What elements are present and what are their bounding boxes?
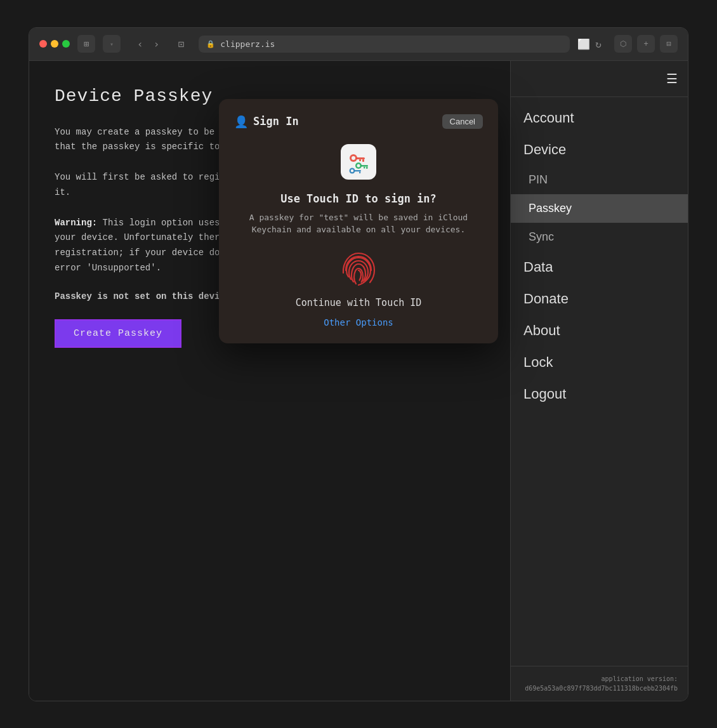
tab-icon: ⊡ [171,38,191,50]
keychain-icon-container [234,144,483,182]
modal-use-touch-id-title: Use Touch ID to sign in? [234,192,483,205]
modal-subtitle: A passkey for "test" will be saved in iC… [234,211,483,236]
modal-header: 👤 Sign In Cancel [234,114,483,129]
share-icon[interactable]: ⬜ [577,38,590,50]
sidebar-item-device[interactable]: Device [511,134,688,166]
back-button[interactable]: ‹ [133,36,147,53]
tab-overview-btn[interactable]: ⊟ [660,35,678,53]
window-actions: ⬡ + ⊟ [614,35,678,53]
browser-chrome: ⊞ ▾ ‹ › ⊡ 🔒 clipperz.is ⬜ ↻ ⬡ + ⊟ [29,28,688,61]
sidebar-item-donate[interactable]: Donate [511,283,688,315]
warning-label: Warning: [55,218,97,228]
fullscreen-button[interactable] [62,40,70,48]
browser-window: ⊞ ▾ ‹ › ⊡ 🔒 clipperz.is ⬜ ↻ ⬡ + ⊟ Device… [29,27,688,701]
sidebar: ☰ Account Device PIN Passkey Sync [510,61,688,701]
sidebar-item-pin[interactable]: PIN [511,166,688,194]
url-text: clipperz.is [220,39,275,49]
svg-point-7 [357,164,360,167]
hamburger-icon[interactable]: ☰ [666,71,678,86]
add-tab-btn[interactable]: + [637,35,655,53]
sidebar-item-lock[interactable]: Lock [511,347,688,378]
app-version-label: application version: [521,674,678,684]
sidebar-item-sync[interactable]: Sync [511,223,688,251]
forward-button[interactable]: › [150,36,164,53]
minimize-button[interactable] [51,40,58,48]
lock-icon: 🔒 [206,40,215,48]
create-passkey-button[interactable]: Create Passkey [55,319,181,348]
sidebar-item-account[interactable]: Account [511,102,688,134]
reload-icon[interactable]: ↻ [595,38,602,50]
svg-rect-4 [362,159,364,162]
sign-in-modal: 👤 Sign In Cancel [219,99,498,343]
continue-touch-id-label: Continue with Touch ID [234,297,483,308]
modal-title-container: 👤 Sign In [234,115,299,128]
sidebar-nav: Account Device PIN Passkey Sync Data [511,97,688,666]
svg-rect-0 [341,144,376,180]
sidebar-footer: application version: d69e5a53a0c897f783d… [511,666,688,701]
address-bar[interactable]: 🔒 clipperz.is [199,36,570,53]
svg-rect-10 [364,166,365,168]
fingerprint-container [234,251,483,289]
other-options-link[interactable]: Other Options [324,317,393,328]
sidebar-item-about[interactable]: About [511,315,688,347]
svg-rect-14 [359,171,360,173]
svg-rect-5 [359,159,361,161]
sidebar-item-passkey[interactable]: Passkey [511,194,688,223]
share-btn[interactable]: ⬡ [614,35,632,53]
sidebar-header: ☰ [511,61,688,97]
modal-body: Use Touch ID to sign in? A passkey for "… [234,144,483,328]
sidebar-toggle-btn[interactable]: ⊞ [77,35,95,53]
nav-buttons: ‹ › [133,36,163,53]
svg-point-12 [351,169,353,171]
dropdown-btn[interactable]: ▾ [103,35,121,53]
keychain-icon [341,144,376,180]
svg-point-2 [352,156,355,160]
app-version-hash: d69e5a53a0c897f783dd7bc111318bcebb2304fb [521,684,678,693]
fingerprint-icon [339,251,378,289]
sidebar-item-data[interactable]: Data [511,251,688,283]
person-icon: 👤 [234,115,248,128]
cancel-button[interactable]: Cancel [442,114,483,129]
traffic-lights [39,40,70,48]
browser-actions: ⬜ ↻ [577,38,602,50]
close-button[interactable] [39,40,47,48]
sidebar-item-logout[interactable]: Logout [511,378,688,410]
modal-sign-in-label: Sign In [253,115,299,128]
svg-rect-9 [366,166,368,169]
